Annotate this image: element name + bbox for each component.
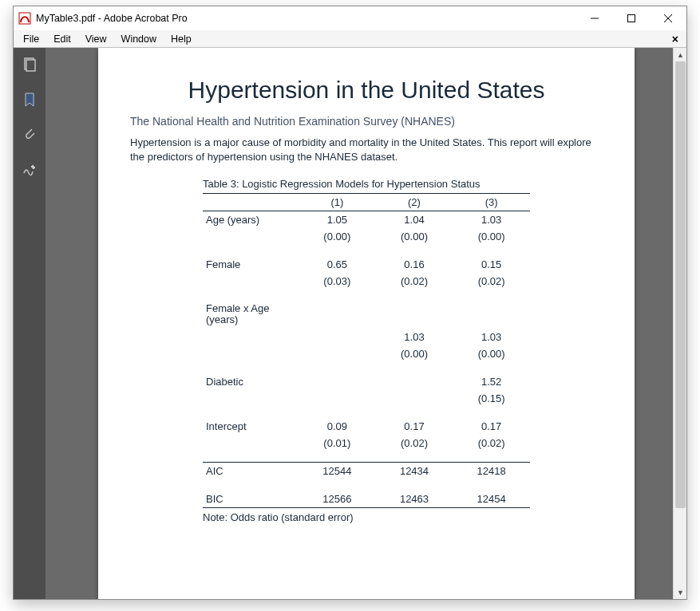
row-label: Intercept [203, 418, 299, 435]
cell: 1.03 [376, 329, 453, 345]
svg-rect-6 [26, 60, 35, 71]
document-subtitle: The National Health and Nutrition Examin… [98, 112, 635, 134]
scroll-thumb[interactable] [675, 61, 686, 508]
table-caption: Table 3: Logistic Regression Models for … [203, 175, 530, 194]
document-viewport[interactable]: Hypertension in the United States The Na… [45, 48, 686, 599]
vertical-scrollbar[interactable]: ▲ ▼ [673, 48, 686, 599]
cell [299, 390, 376, 407]
cell: 12418 [453, 463, 530, 480]
cell: (0.00) [453, 228, 530, 245]
cell [376, 390, 453, 407]
cell: (0.00) [299, 228, 376, 245]
pages-panel-icon[interactable] [21, 56, 38, 73]
row-label: Age (years) [203, 211, 299, 229]
cell [299, 345, 376, 362]
scroll-up-icon[interactable]: ▲ [674, 48, 686, 61]
cell [376, 373, 453, 390]
cell: 1.52 [453, 373, 530, 390]
acrobat-app-icon [18, 12, 31, 25]
cell: 0.15 [453, 256, 530, 273]
cell: (0.00) [376, 228, 453, 245]
cell: (0.00) [453, 345, 530, 362]
document-close-icon[interactable]: × [672, 33, 683, 45]
workarea: Hypertension in the United States The Na… [14, 48, 686, 599]
scroll-down-icon[interactable]: ▼ [674, 585, 686, 599]
cell: (0.15) [453, 390, 530, 407]
cell: 12454 [453, 491, 530, 508]
cell: (0.01) [299, 435, 376, 451]
window-controls [576, 6, 686, 30]
cell: 0.09 [299, 418, 376, 435]
maximize-button[interactable] [613, 6, 650, 30]
col-header: (1) [299, 194, 376, 211]
row-label: Female [203, 256, 299, 273]
row-label: AIC [203, 463, 299, 480]
cell: (0.00) [376, 345, 453, 362]
application-window: MyTable3.pdf - Adobe Acrobat Pro File Ed… [13, 6, 687, 600]
cell: (0.02) [376, 273, 453, 290]
document-paragraph: Hypertension is a major cause of morbidi… [98, 134, 635, 175]
cell: 0.16 [376, 256, 453, 273]
bookmarks-panel-icon[interactable] [21, 91, 38, 108]
minimize-button[interactable] [576, 6, 613, 30]
menu-file[interactable]: File [17, 32, 45, 46]
col-header: (2) [376, 194, 453, 211]
close-button[interactable] [650, 6, 686, 30]
cell: 0.17 [453, 418, 530, 435]
attachments-panel-icon[interactable] [21, 126, 38, 144]
menu-edit[interactable]: Edit [47, 32, 77, 46]
navigation-pane [14, 48, 45, 599]
pdf-page: Hypertension in the United States The Na… [98, 48, 635, 599]
cell: (0.02) [453, 435, 530, 451]
cell [299, 373, 376, 390]
menu-help[interactable]: Help [164, 32, 198, 46]
titlebar[interactable]: MyTable3.pdf - Adobe Acrobat Pro [14, 6, 686, 30]
cell: 1.05 [299, 211, 376, 229]
menu-window[interactable]: Window [115, 32, 163, 46]
cell: (0.02) [453, 273, 530, 290]
row-label: Diabetic [203, 373, 299, 390]
table-note: Note: Odds ratio (standard error) [203, 508, 530, 526]
signatures-panel-icon[interactable] [21, 161, 38, 179]
cell: 0.65 [299, 256, 376, 273]
cell [299, 329, 376, 345]
window-title: MyTable3.pdf - Adobe Acrobat Pro [36, 13, 188, 24]
menu-view[interactable]: View [79, 32, 113, 46]
cell: 12544 [299, 463, 376, 480]
cell: 12434 [376, 463, 453, 480]
cell: 12463 [376, 491, 453, 508]
cell: 1.03 [453, 211, 530, 229]
cell: (0.03) [299, 273, 376, 290]
cell: 1.03 [453, 329, 530, 345]
svg-rect-2 [628, 15, 635, 22]
row-label: Female x Age (years) [203, 301, 299, 329]
col-header: (3) [453, 194, 530, 211]
cell: 1.04 [376, 211, 453, 229]
row-label: BIC [203, 491, 299, 508]
regression-table: Table 3: Logistic Regression Models for … [203, 175, 530, 526]
cell: 0.17 [376, 418, 453, 435]
cell: 12566 [299, 491, 376, 508]
document-title: Hypertension in the United States [98, 48, 635, 112]
menubar: File Edit View Window Help × [14, 30, 686, 48]
cell: (0.02) [376, 435, 453, 451]
